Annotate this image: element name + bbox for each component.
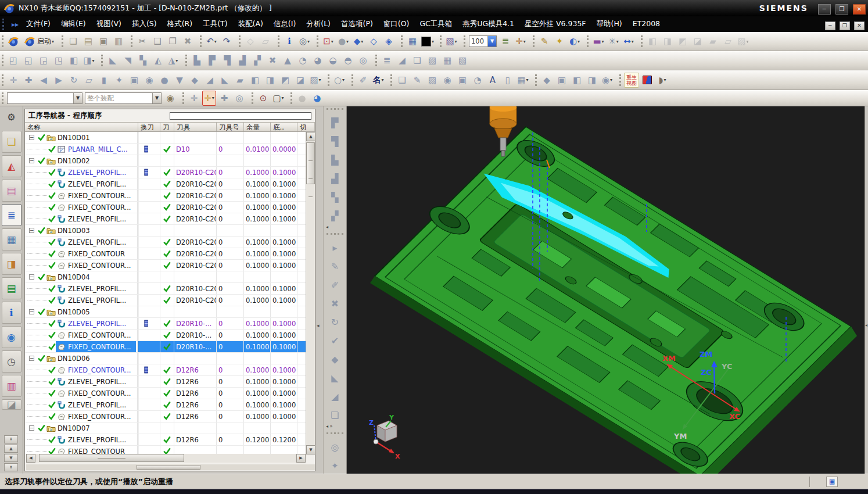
toolbar-grip-handle[interactable] [375,55,377,66]
generate-toolpath-icon[interactable]: ▸ [326,239,345,256]
operation-row-ZLEVEL_PROFIL[interactable]: ZLEVEL_PROFIL...D20R10-C2000.10000.1000 [25,167,307,178]
sweep-tool-icon[interactable]: ◢ [203,73,217,88]
toolbar-grip-handle[interactable] [62,35,63,47]
postprocess-icon[interactable]: ◢ [326,388,345,405]
fixed-contour-icon[interactable]: ◭ [151,53,165,68]
hook-tool-icon[interactable]: ◉ [440,73,454,88]
toolbar-grip-handle[interactable] [2,35,3,47]
pad-icon[interactable]: ▨▾ [736,34,750,49]
toolbar-grip-handle[interactable] [440,35,442,47]
thicken-icon[interactable]: ◧ [248,73,262,88]
open-file-icon[interactable]: ▤ [81,34,95,49]
expander-icon[interactable]: − [29,309,34,314]
menu-item-analysis[interactable]: 分析(L) [301,17,336,31]
rotate-object-icon[interactable]: ◇ [243,34,257,49]
paste-operation-icon[interactable]: ▞ [250,53,264,68]
lock-operation-icon[interactable]: ◓ [341,53,355,68]
selection-scope-combo-dropdown-arrow[interactable]: ▼ [152,93,161,103]
toolpath-list-icon[interactable]: ▚ [326,188,345,206]
cylinder-icon[interactable]: ◪ [691,34,705,49]
menu-item-gc-toolbox[interactable]: GC工具箱 [414,17,457,31]
divide-face-icon[interactable]: ▨▾ [309,73,322,88]
create-method-icon[interactable]: ◳ [52,53,66,68]
menu-item-starsky-addon[interactable]: 星空外挂 V6.935F [519,17,591,31]
tree-horizontal-scrollbar[interactable]: ◀ ▶ [26,454,306,463]
scroll-right-button[interactable]: ▶ [296,454,306,463]
resource-tab-operation-navigator[interactable]: ≣ [2,204,21,226]
column-header-floor[interactable]: 底.. [271,123,297,131]
delete-toolpath-icon[interactable]: ✖ [326,295,345,312]
snap-center-icon[interactable]: ◎ [232,91,246,106]
emboss-icon[interactable]: ◩ [278,73,292,88]
window-display-icon[interactable]: ▦ [406,34,419,49]
column-header-knife[interactable]: 刀 [160,123,174,131]
operation-row-FIXED_CONTOUR[interactable]: FIXED_CONTOUR...D12R600.10000.1000 [25,411,307,423]
toolbar-grip-handle[interactable] [2,55,3,66]
toolchange-settings-icon[interactable]: ◒ [326,53,340,68]
resource-tab-machine-tool-navigator[interactable]: ▦ [2,228,21,250]
replay-toolpath-icon[interactable]: ↻ [326,313,345,331]
resource-scroll-button-2[interactable]: ▼ [4,454,18,462]
background-color-swatch[interactable]: ▾ [421,34,435,49]
toolbar-grip-handle[interactable] [535,74,537,86]
offset-face-icon[interactable]: ◨ [263,73,277,88]
resource-tab-assembly-navigator[interactable]: ❏ [2,131,21,153]
lifter-tool-icon[interactable]: ◉▾ [600,73,614,88]
group-row-DN10D01[interactable]: −aDN10D01 [25,132,307,144]
pencil-ruler-icon[interactable]: ✎ [410,73,424,88]
scroll-left-button[interactable]: ◀ [26,454,35,463]
zlevel-profile-icon[interactable]: ◥ [121,53,135,68]
highlight-select-icon[interactable]: ⊙ [256,91,270,106]
shaded-ball-icon[interactable]: ● [295,91,309,106]
restore-button[interactable]: ❐ [835,4,848,15]
menu-item-information[interactable]: 信息(I) [268,17,301,31]
panel-scroll-thumb[interactable] [137,465,200,470]
column-header-tool[interactable]: 刀具 [174,123,217,131]
resource-tab-touch-explorer[interactable]: ◪ [2,399,21,410]
torus-tool-icon[interactable]: ● [157,73,171,88]
keypad-tool-icon[interactable]: ▦▾ [516,73,530,88]
batch-process-icon[interactable]: ▨ [425,53,439,68]
search-icon[interactable]: ◎▾ [297,34,311,49]
toolbar-grip-handle[interactable] [182,92,184,104]
snap-midpoint-icon[interactable]: ✚ [217,91,231,106]
operation-row-FIXED_CONTOUR[interactable]: FIXED_CONTOURD20R10-C2000.10000.1000 [25,248,307,260]
resource-tab-reuse-library[interactable]: ▤ [2,277,21,299]
extrude-icon[interactable]: ◧ [645,34,659,49]
wcs-orient-icon[interactable]: ✛▾ [514,34,528,49]
name-filter-button[interactable]: 名▾ [371,73,385,88]
toolbar-grip-handle[interactable] [641,35,643,47]
expander-icon[interactable]: − [29,356,34,361]
copy-icon[interactable]: ❑ [150,34,164,49]
menu-grip-handle[interactable] [2,19,10,30]
panel-splitter[interactable]: ◂ [315,106,323,474]
column-header-toolnum[interactable]: 刀具号 [217,123,244,131]
toolbar-grip-handle[interactable] [252,92,253,104]
scroll-up-button[interactable]: ▲ [306,132,315,141]
find-component-icon[interactable]: ◉ [163,91,177,106]
column-header-name[interactable]: 名称 [25,123,138,131]
synchronize-icon[interactable]: ◎ [326,438,345,456]
menu-item-window[interactable]: 窗口(O) [378,17,415,31]
graphics-viewport[interactable]: XM ZM YC ZC XC YM Y [347,106,865,474]
nx-logo-icon[interactable] [6,34,20,49]
tree-vertical-scrollbar[interactable]: ▲ ▼ [306,132,315,454]
confirm-toolpath-icon[interactable]: ✔ [326,332,345,349]
pan-view-icon[interactable]: ▱ [82,73,96,88]
menu-item-et2008[interactable]: ET2008 [627,17,665,31]
redo-button[interactable]: ↷ [220,34,234,49]
feeds-speeds-icon[interactable]: ◕ [311,53,325,68]
toolbar-grip-handle[interactable] [533,35,535,47]
group-row-DN10D04[interactable]: −aDN10D04 [25,271,307,283]
expander-icon[interactable]: − [29,228,34,233]
boss-icon[interactable]: ▰ [706,34,720,49]
reposition-icon[interactable]: ▱ [259,34,272,49]
dynamic-wcs-icon[interactable]: ✛ [6,73,20,88]
machine-tool-view-icon[interactable]: ▜ [326,133,345,150]
mask-tool-icon[interactable]: ◔ [471,73,485,88]
save-file-icon[interactable]: ▣ [96,34,110,49]
mold-wizard-icon[interactable]: ◗▾ [655,73,669,88]
machining-method-view-icon[interactable]: ▟ [326,170,345,187]
patch-body-icon[interactable]: ▰ [233,73,247,88]
toolbar-grip-handle[interactable] [101,55,103,66]
